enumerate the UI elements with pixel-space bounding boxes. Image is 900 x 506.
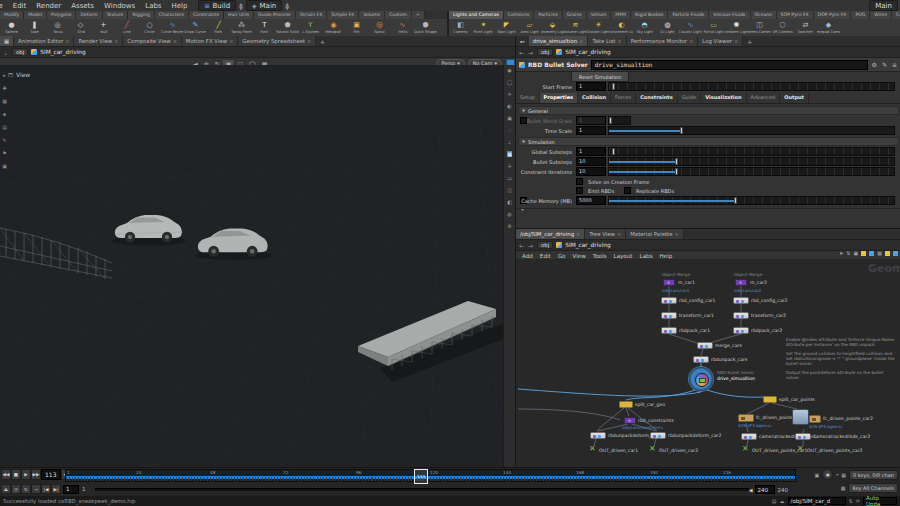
close-icon[interactable]: × <box>579 38 583 44</box>
menu-item[interactable]: File <box>0 2 8 10</box>
node-name-field[interactable]: drive_simualtion <box>591 60 868 70</box>
shelf-tab[interactable]: Collisions <box>504 11 535 19</box>
path-node[interactable]: SIM_car_driving <box>565 242 610 248</box>
pane-tab[interactable]: Composite View × <box>123 36 181 46</box>
close-icon[interactable]: × <box>229 38 233 44</box>
new-tab-button[interactable]: + <box>743 36 756 46</box>
shelf-tool[interactable]: ◆ Gamepad Camera <box>817 19 840 36</box>
parm-folder-tab[interactable]: Collision <box>578 93 611 103</box>
shelf-tool[interactable]: + Null <box>92 19 115 36</box>
global-substeps-field[interactable]: 1 <box>576 147 606 156</box>
cooking-node-path-field[interactable]: /obj/SIM_car_d <box>788 497 846 505</box>
pane-tab[interactable]: Performance Monitor × <box>627 36 699 46</box>
shape-palette-icon[interactable] <box>869 251 874 256</box>
shelf-tab[interactable]: + <box>412 11 425 19</box>
menu-item[interactable]: Labs <box>140 2 166 10</box>
shelf-tool[interactable]: ▣ File <box>345 19 368 36</box>
shelf-tab[interactable]: Constraints <box>189 11 224 19</box>
pane-tab[interactable]: Material Palette × <box>626 229 684 239</box>
organize-icon[interactable]: ⇅ <box>846 250 850 256</box>
main-toolbar-selector[interactable]: Main <box>869 0 898 11</box>
shelf-tab[interactable]: PDG <box>851 11 870 19</box>
playback-range-bar[interactable]: ◀ 240 240 <box>95 485 788 494</box>
shelf-tool[interactable]: ☀ Distant Light <box>587 19 610 36</box>
points-display-icon[interactable]: ∴ <box>508 127 511 133</box>
pane-tab[interactable]: Animation Editor × <box>14 36 74 46</box>
info-icon[interactable] <box>893 251 898 256</box>
section-simulation[interactable]: ▼ Simulation <box>518 137 899 146</box>
shelf-tool[interactable]: ◐ Environment Light <box>610 19 633 36</box>
path-root[interactable]: obj <box>12 48 28 56</box>
start-frame-slider[interactable] <box>608 82 895 91</box>
menu-item[interactable]: Windows <box>99 2 140 10</box>
shelf-tool[interactable]: ▱ Area Light <box>518 19 541 36</box>
path-node[interactable]: SIM_car_driving <box>565 49 610 55</box>
shelf-tool[interactable]: ◤ Spot Light <box>495 19 518 36</box>
channel-editor-icon[interactable]: ▦ <box>841 472 846 478</box>
shelf-tab[interactable]: Hair Utils <box>224 11 254 19</box>
pointer-icon[interactable]: ➤ <box>839 250 843 256</box>
shelf-tab[interactable]: MPM <box>611 11 631 19</box>
shelf-tool[interactable]: ◧ Camera <box>449 19 472 36</box>
shaded-mode-icon[interactable]: ◉ <box>507 67 511 73</box>
range-start-field[interactable]: 1 <box>63 485 79 494</box>
shelf-tab[interactable]: Volume <box>359 11 385 19</box>
close-icon[interactable]: × <box>114 38 118 44</box>
keys-info-button[interactable]: 0 keys, 0/0 chan <box>849 470 898 480</box>
shelf-tab[interactable]: Model <box>24 11 47 19</box>
menu-item[interactable]: Help <box>167 2 193 10</box>
shelf-tab[interactable]: Wires <box>870 11 892 19</box>
range-handle-icon[interactable]: ◀ <box>749 487 753 493</box>
grid-toggle-icon[interactable]: ▦ <box>507 151 512 157</box>
shelf-tool[interactable]: ◫ Stereo Camera <box>748 19 771 36</box>
scoped-channels-icon[interactable]: ▣ <box>814 472 819 478</box>
field-guide-icon[interactable]: ◫ <box>507 187 512 193</box>
constraint-iterations-slider[interactable] <box>608 167 895 176</box>
current-frame-field[interactable]: 113 <box>41 469 61 480</box>
close-icon[interactable]: × <box>576 231 580 237</box>
shelf-tab[interactable]: Guide Process <box>254 11 295 19</box>
pane-tab[interactable]: drive_simualtion × <box>529 36 589 46</box>
bullet-substeps-slider[interactable] <box>608 157 895 166</box>
shelf-tab[interactable]: Viscous Fluids <box>709 11 750 19</box>
shelf-tool[interactable]: ▭ Portal Light <box>702 19 725 36</box>
shelf-tool[interactable]: T Font <box>253 19 276 36</box>
close-icon[interactable]: × <box>734 38 738 44</box>
color-palette-icon[interactable] <box>861 251 866 256</box>
network-graph[interactable]: Geom Object Merge m_car1 /obj/cars/car1 … <box>516 259 900 468</box>
range-end-lock-icon[interactable]: ▶| <box>51 484 61 494</box>
pin-icon[interactable]: ⌄ <box>3 49 9 56</box>
edit-mode-icon[interactable]: ✎ <box>2 137 6 143</box>
update-mode-selector[interactable]: Auto Upda <box>863 497 897 505</box>
pane-tab[interactable]: Take List × <box>588 36 626 46</box>
parm-folder-tab[interactable]: Forces <box>611 93 636 103</box>
shelf-tab[interactable]: Modify <box>0 11 24 19</box>
range-end-field[interactable]: 240 <box>755 485 775 494</box>
reset-simulation-button[interactable]: Reset Simulation <box>571 71 629 82</box>
camera-mask-icon[interactable]: ▭ <box>507 175 512 181</box>
pane-tab[interactable]: Render View × <box>74 36 123 46</box>
key-all-channels-button[interactable]: Key All Channels <box>848 483 898 493</box>
radial-menu-selector[interactable]: ◈ Main <box>246 0 282 11</box>
shelf-tool[interactable]: ⬡ VR Camera <box>771 19 794 36</box>
desktop-selector[interactable]: ⊞ Build <box>198 0 236 11</box>
export-keys-icon[interactable]: ⏏ <box>1 484 11 494</box>
desktop-spinner[interactable]: ▲▼ <box>239 2 243 10</box>
shelf-tab[interactable]: SOP Pyro FX <box>777 11 814 19</box>
pane-tab[interactable]: Log Viewer × <box>698 36 743 46</box>
snapshot-icon[interactable]: ◧ <box>507 199 512 205</box>
handle-icon[interactable]: ▣ <box>2 163 7 169</box>
shelf-tool[interactable]: ⬟ Platonic Solids <box>276 19 299 36</box>
shelf-tool[interactable]: ⬙ Geometry Light <box>541 19 564 36</box>
snap-grid-icon[interactable]: ▤ <box>2 124 7 130</box>
shelf-tab[interactable]: Rigid Bodies <box>631 11 668 19</box>
shelf-tab[interactable]: Terrain FX <box>296 11 328 19</box>
back-icon[interactable]: ← <box>519 49 525 56</box>
close-icon[interactable]: × <box>173 38 177 44</box>
shelf-tab[interactable]: Simple FX <box>327 11 359 19</box>
forward-icon[interactable]: → <box>528 242 534 249</box>
shelf-tab[interactable]: Polygons <box>47 11 76 19</box>
shelf-tool[interactable]: ● Sphere <box>0 19 23 36</box>
parm-folder-tab[interactable]: Guide <box>678 93 702 103</box>
shelf-tool[interactable]: ∿ Helix <box>391 19 414 36</box>
